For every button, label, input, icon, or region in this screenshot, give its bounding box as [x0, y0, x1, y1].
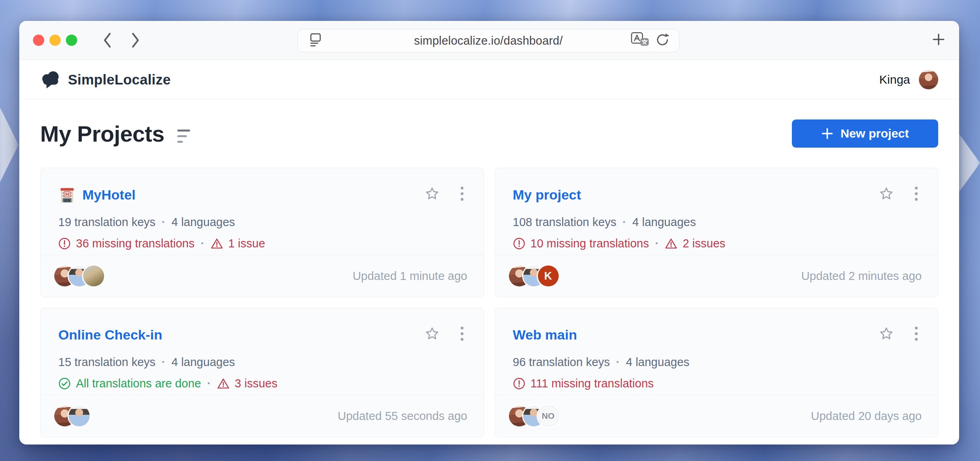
new-project-label: New project [841, 127, 909, 140]
projects-grid: MyHotel 19 translation keys · 4 la [40, 168, 938, 437]
reload-icon [655, 32, 670, 47]
back-button[interactable] [102, 32, 113, 48]
close-button[interactable] [33, 35, 44, 46]
member-avatars: NO [509, 405, 559, 426]
card-menu-button[interactable] [458, 326, 466, 342]
exclamation-circle-icon [513, 377, 525, 390]
warning-triangle-icon [217, 377, 230, 390]
favorite-star-button[interactable] [424, 326, 440, 342]
app-header: SimpleLocalize Kinga [19, 60, 959, 99]
translate-button[interactable] [631, 31, 649, 50]
card-menu-button[interactable] [458, 186, 466, 202]
hotel-emoji-icon [58, 186, 76, 204]
languages-count: 4 languages [171, 356, 235, 369]
project-stats: 19 translation keys · 4 languages [58, 216, 466, 229]
star-icon [879, 186, 894, 202]
window-controls [33, 35, 77, 46]
project-card-web-main: Web main 96 translation keys · 4 l [495, 308, 939, 437]
project-card-my-project: My project 108 translation keys · [495, 168, 939, 297]
user-menu[interactable]: Kinga [879, 70, 938, 89]
plus-icon [821, 128, 833, 140]
page-title: My Projects [40, 121, 164, 147]
card-footer: NO Updated 20 days ago [495, 395, 938, 437]
url-text: simplelocalize.io/dashboard/ [414, 34, 563, 47]
updated-timestamp: Updated 2 minutes ago [801, 270, 922, 283]
browser-window: simplelocalize.io/dashboard/ [19, 21, 959, 445]
warning-triangle-icon [665, 237, 677, 250]
languages-count: 4 languages [626, 356, 689, 369]
user-name: Kinga [879, 73, 910, 86]
updated-timestamp: Updated 55 seconds ago [338, 410, 467, 423]
user-avatar [919, 70, 938, 89]
project-title-link[interactable]: Web main [513, 327, 577, 343]
star-icon [424, 326, 440, 342]
updated-timestamp: Updated 20 days ago [811, 410, 922, 423]
kebab-icon [461, 327, 463, 329]
languages-count: 4 languages [171, 216, 235, 229]
missing-translations-status: 10 missing translations [513, 237, 649, 250]
missing-translations-status: 36 missing translations [58, 237, 195, 250]
project-title-link[interactable]: MyHotel [82, 187, 135, 203]
address-bar[interactable]: simplelocalize.io/dashboard/ [297, 29, 679, 52]
member-avatars: K [509, 265, 559, 286]
project-stats: 96 translation keys · 4 languages [513, 356, 921, 369]
minimize-button[interactable] [49, 35, 61, 46]
favorite-star-button[interactable] [424, 186, 440, 202]
exclamation-circle-icon [58, 237, 71, 250]
member-avatar-initials: K [538, 265, 559, 286]
member-avatars [54, 265, 104, 286]
member-avatars [54, 405, 90, 426]
translations-done-status: All translations are done [58, 377, 201, 390]
forward-button[interactable] [130, 32, 141, 48]
card-menu-button[interactable] [912, 186, 920, 202]
project-card-online-check-in: Online Check-in 15 translation keys · [40, 308, 484, 437]
languages-count: 4 languages [632, 216, 696, 229]
exclamation-circle-icon [513, 237, 525, 250]
member-avatar [69, 405, 90, 426]
missing-translations-status: 111 missing translations [513, 377, 654, 390]
issues-status: 2 issues [665, 237, 725, 250]
project-title-link[interactable]: Online Check-in [58, 327, 162, 343]
updated-timestamp: Updated 1 minute ago [353, 270, 467, 283]
filter-lines-icon[interactable] [177, 130, 190, 143]
translate-icon [631, 31, 649, 48]
star-icon [879, 326, 894, 342]
chevron-right-icon [130, 32, 141, 48]
card-menu-button[interactable] [912, 326, 920, 342]
project-title-link[interactable]: My project [513, 187, 581, 203]
new-tab-button[interactable] [932, 33, 945, 48]
cloud-chat-icon [40, 70, 61, 89]
kebab-icon [461, 187, 463, 189]
issues-status: 3 issues [217, 377, 277, 390]
kebab-icon [915, 327, 918, 329]
browser-toolbar: simplelocalize.io/dashboard/ [19, 21, 959, 60]
warning-triangle-icon [211, 237, 223, 250]
site-settings-button[interactable] [308, 32, 323, 49]
favorite-star-button[interactable] [879, 186, 894, 202]
project-stats: 15 translation keys · 4 languages [58, 356, 466, 369]
brand-name: SimpleLocalize [68, 72, 171, 88]
chevron-left-icon [102, 32, 113, 48]
project-stats: 108 translation keys · 4 languages [513, 216, 921, 229]
plus-icon [932, 33, 945, 46]
card-footer: Updated 55 seconds ago [41, 395, 484, 437]
check-circle-icon [58, 377, 71, 390]
card-footer: K Updated 2 minutes ago [495, 255, 938, 297]
translation-keys-count: 19 translation keys [58, 216, 156, 229]
reload-button[interactable] [655, 32, 670, 49]
dashboard-content: My Projects New project [19, 119, 959, 437]
translation-keys-count: 108 translation keys [513, 216, 617, 229]
translation-keys-count: 96 translation keys [513, 356, 610, 369]
kebab-icon [915, 187, 918, 189]
favorite-star-button[interactable] [879, 326, 894, 342]
project-card-myhotel: MyHotel 19 translation keys · 4 la [40, 168, 484, 297]
member-avatar-initials: NO [538, 405, 559, 426]
browser-window-icon [308, 32, 323, 47]
new-project-button[interactable]: New project [792, 119, 938, 148]
translation-keys-count: 15 translation keys [58, 356, 156, 369]
zoom-button[interactable] [66, 35, 77, 46]
member-avatar [83, 265, 104, 286]
star-icon [424, 186, 440, 202]
issues-status: 1 issue [211, 237, 265, 250]
brand-logo[interactable]: SimpleLocalize [40, 70, 171, 89]
